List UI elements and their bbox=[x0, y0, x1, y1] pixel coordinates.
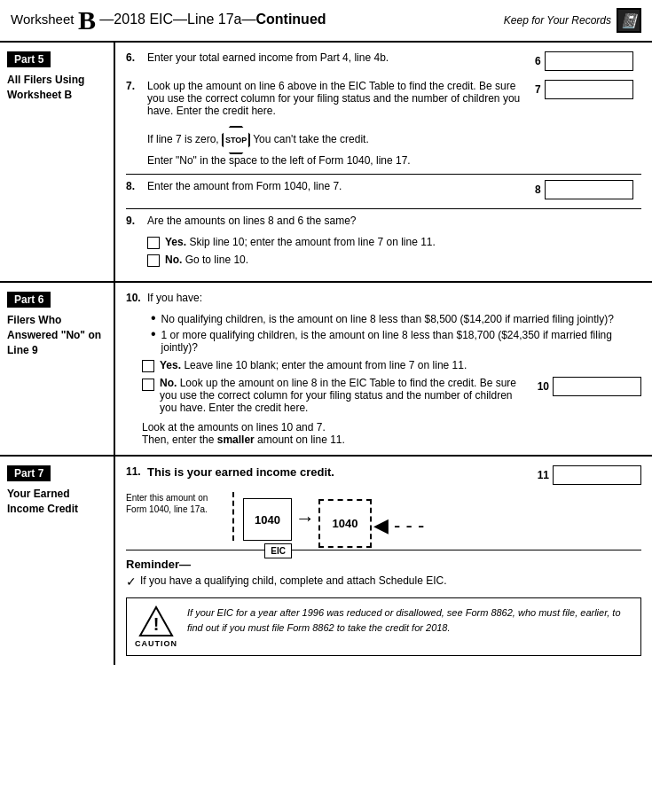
reminder-title: Reminder— bbox=[126, 558, 641, 571]
checkmark-line: ✓ If you have a qualifying child, comple… bbox=[126, 574, 641, 589]
part7-label-col: Part 7 Your Earned Income Credit bbox=[0, 457, 115, 665]
part5-content: 6. Enter your total earned income from P… bbox=[115, 43, 652, 281]
line10-intro-line: 10. If you have: bbox=[126, 292, 641, 304]
caution-word: CAUTION bbox=[135, 639, 177, 648]
caution-box: ! CAUTION If your EIC for a year after 1… bbox=[126, 597, 641, 656]
bullet2-dot: • bbox=[151, 327, 156, 341]
line10-no-strong: No. bbox=[160, 377, 177, 389]
line6-item: 6. Enter your total earned income from P… bbox=[126, 51, 641, 71]
caution-text: If your EIC for a year after 1996 was re… bbox=[187, 605, 633, 635]
form-with-eic: 1040 EIC bbox=[243, 498, 292, 541]
page-header: Worksheet B —2018 EIC—Line 17a—Continued… bbox=[0, 0, 652, 43]
svg-text:!: ! bbox=[153, 614, 160, 634]
stop-note-2: You can't take the credit. bbox=[253, 133, 369, 145]
line10-yes-line: Yes. Leave line 10 blank; enter the amou… bbox=[142, 359, 641, 372]
line10-intro: If you have: bbox=[147, 292, 202, 304]
line10-box-area: 10 bbox=[538, 377, 641, 396]
line11-box-label: 11 bbox=[538, 469, 549, 481]
form1040-main-label: 1040 bbox=[255, 513, 280, 527]
worksheet-continued: Continued bbox=[255, 12, 326, 27]
line9-yes-checkbox[interactable] bbox=[147, 237, 160, 249]
line6-num: 6. bbox=[126, 51, 142, 64]
line10-num: 10. bbox=[126, 292, 142, 304]
part5-title: All Filers Using Worksheet B bbox=[7, 73, 106, 103]
line7-text: Look up the amount on line 6 above in th… bbox=[147, 80, 530, 117]
line11-box-area: 11 bbox=[538, 465, 641, 485]
line10-input[interactable] bbox=[553, 377, 641, 396]
stop-note-1: If line 7 is zero, bbox=[147, 133, 219, 145]
enter-note-text: Enter this amount on Form 1040, line 17a… bbox=[126, 492, 224, 515]
line8-num: 8. bbox=[126, 180, 142, 192]
part6-title: Filers Who Answered "No" on Line 9 bbox=[7, 313, 106, 357]
eic-tab: EIC bbox=[264, 543, 292, 558]
part7-title: Your Earned Income Credit bbox=[7, 487, 106, 517]
line9-item: 9. Are the amounts on lines 8 and 6 the … bbox=[126, 215, 641, 267]
worksheet-title: Worksheet B —2018 EIC—Line 17a—Continued bbox=[11, 5, 326, 35]
line7-num: 7. bbox=[126, 80, 142, 92]
line10-answers: Yes. Leave line 10 blank; enter the amou… bbox=[126, 359, 641, 414]
stop-note-3: Enter "No" in the space to the left of F… bbox=[147, 154, 411, 167]
line8-input[interactable] bbox=[545, 180, 633, 199]
part7-section: Part 7 Your Earned Income Credit 11. Thi… bbox=[0, 457, 652, 665]
part6-content: 10. If you have: • No qualifying childre… bbox=[115, 283, 652, 455]
bullet1-text: No qualifying children, is the amount on… bbox=[161, 313, 614, 325]
forms-diagram: 1040 EIC → 1040 ◀ - - - bbox=[243, 492, 424, 541]
reminder-section: Reminder— ✓ If you have a qualifying chi… bbox=[126, 558, 641, 589]
line8-box-label: 8 bbox=[535, 183, 541, 196]
part6-badge: Part 6 bbox=[7, 292, 51, 308]
line8-text: Enter the amount from Form 1040, line 7. bbox=[147, 180, 530, 192]
line10-item: 10. If you have: • No qualifying childre… bbox=[126, 292, 641, 446]
line10-no-text: Look up the amount on line 8 in the EIC … bbox=[160, 377, 516, 414]
checkmark-icon: ✓ bbox=[126, 574, 137, 589]
line9-no-line: No. Go to line 10. bbox=[147, 254, 641, 267]
line9-no-strong: No. bbox=[165, 254, 182, 266]
line9-no-label: No. Go to line 10. bbox=[165, 254, 248, 266]
line6-box-label: 6 bbox=[535, 55, 541, 67]
part5-section: Part 5 All Filers Using Worksheet B 6. E… bbox=[0, 43, 652, 283]
worksheet-label: Worksheet bbox=[11, 12, 74, 27]
line9-answers: Yes. Skip line 10; enter the amount from… bbox=[126, 236, 641, 267]
separator2 bbox=[126, 208, 641, 209]
bullet2: • 1 or more qualifying children, is the … bbox=[142, 329, 641, 354]
line9-no-text: Go to line 10. bbox=[185, 254, 248, 266]
line10-no-line: No. Look up the amount on line 8 in the … bbox=[142, 377, 641, 414]
line10-bullets: • No qualifying children, is the amount … bbox=[126, 313, 641, 354]
line9-yes-line: Yes. Skip line 10; enter the amount from… bbox=[147, 236, 641, 249]
part5-label-col: Part 5 All Filers Using Worksheet B bbox=[0, 43, 115, 281]
caution-triangle: ! bbox=[138, 605, 174, 637]
line9-yes-text: Skip line 10; enter the amount from line… bbox=[189, 236, 436, 248]
stop-sign: STOP bbox=[222, 126, 250, 154]
line9-no-checkbox[interactable] bbox=[147, 254, 160, 267]
part6-section: Part 6 Filers Who Answered "No" on Line … bbox=[0, 283, 652, 457]
line10-no-checkbox[interactable] bbox=[142, 379, 154, 391]
footer2-pre: Then, enter the bbox=[142, 433, 217, 446]
eic-label: EIC bbox=[271, 546, 286, 556]
line10-yes-checkbox[interactable] bbox=[142, 360, 154, 372]
enter-note-container: Enter this amount on Form 1040, line 17a… bbox=[126, 492, 234, 541]
line7-item: 7. Look up the amount on line 6 above in… bbox=[126, 80, 641, 117]
notebook-icon: 📓 bbox=[617, 8, 641, 33]
form1040-main: 1040 bbox=[243, 498, 292, 541]
line10-yes-text: Leave line 10 blank; enter the amount fr… bbox=[184, 359, 467, 371]
arrow-icon: → bbox=[295, 507, 315, 530]
bullet1-dot: • bbox=[151, 311, 156, 325]
bullet1: • No qualifying children, is the amount … bbox=[142, 313, 641, 325]
line9-num: 9. bbox=[126, 215, 142, 227]
worksheet-subtitle: —2018 EIC—Line 17a— bbox=[99, 12, 255, 27]
line11-input[interactable] bbox=[553, 465, 641, 485]
line10-footer1: Look at the amounts on lines 10 and 7. bbox=[142, 421, 641, 433]
keep-records-area: Keep for Your Records 📓 bbox=[504, 8, 641, 33]
line7-input[interactable] bbox=[545, 80, 633, 99]
line10-footer: Look at the amounts on lines 10 and 7. T… bbox=[126, 421, 641, 446]
line8-item: 8. Enter the amount from Form 1040, line… bbox=[126, 180, 641, 199]
line10-footer2: Then, enter the smaller amount on line 1… bbox=[142, 433, 641, 446]
separator1 bbox=[126, 174, 641, 175]
enter-note-area: Enter this amount on Form 1040, line 17a… bbox=[126, 492, 641, 541]
line9-yes-strong: Yes. bbox=[165, 236, 186, 248]
line9-question: 9. Are the amounts on lines 8 and 6 the … bbox=[126, 215, 641, 227]
line10-yes-label: Yes. Leave line 10 blank; enter the amou… bbox=[160, 359, 467, 371]
line6-input[interactable] bbox=[545, 51, 633, 71]
part7-separator bbox=[126, 550, 641, 550]
line6-box-area: 6 bbox=[535, 51, 641, 71]
line6-text: Enter your total earned income from Part… bbox=[147, 51, 530, 64]
